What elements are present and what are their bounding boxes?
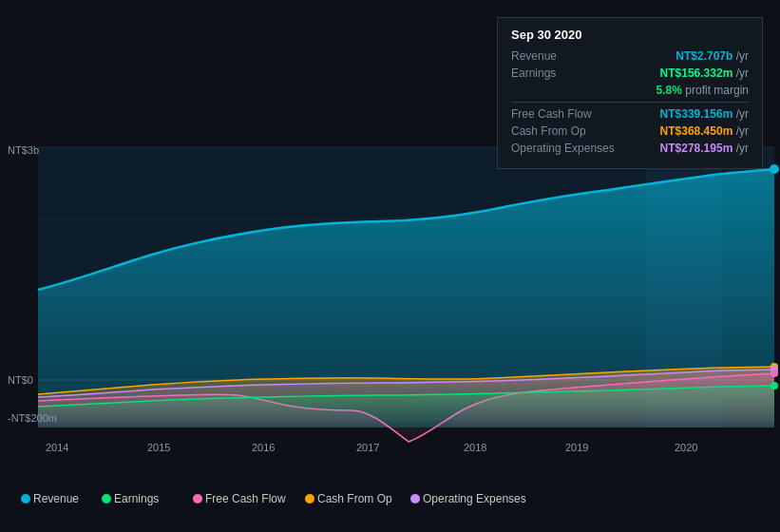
svg-text:Cash From Op: Cash From Op (317, 492, 392, 505)
tooltip-value-earnings: NT$156.332m /yr (660, 66, 749, 80)
svg-point-12 (770, 382, 778, 390)
tooltip-row-opex: Operating Expenses NT$278.195m /yr (511, 142, 749, 155)
svg-point-28 (193, 494, 202, 504)
chart-container: NT$3b NT$0 -NT$200m 2014 2015 2016 2017 … (0, 0, 780, 532)
svg-text:NT$3b: NT$3b (8, 144, 39, 156)
tooltip-value-cfop: NT$368.450m /yr (660, 124, 749, 138)
svg-text:2015: 2015 (147, 442, 170, 453)
svg-text:2016: 2016 (252, 442, 275, 453)
tooltip-row-revenue: Revenue NT$2.707b /yr (511, 49, 749, 63)
tooltip-row-cfop: Cash From Op NT$368.450m /yr (511, 124, 749, 138)
svg-point-32 (410, 494, 420, 504)
svg-text:-NT$200m: -NT$200m (8, 412, 57, 424)
svg-point-26 (102, 494, 111, 504)
tooltip-value-margin: 5.8% profit margin (656, 84, 749, 97)
tooltip-value-opex: NT$278.195m /yr (660, 142, 749, 155)
svg-text:Earnings: Earnings (114, 492, 159, 505)
svg-text:2018: 2018 (464, 442, 486, 453)
svg-text:2019: 2019 (565, 442, 588, 453)
svg-point-11 (770, 370, 778, 377)
svg-point-8 (770, 164, 779, 174)
svg-point-24 (21, 494, 30, 504)
tooltip-label-earnings: Earnings (511, 66, 635, 80)
svg-text:Revenue: Revenue (33, 492, 79, 505)
svg-text:Free Cash Flow: Free Cash Flow (205, 492, 286, 505)
tooltip-label-cfop: Cash From Op (511, 124, 635, 138)
tooltip-date: Sep 30 2020 (511, 28, 749, 42)
svg-text:NT$0: NT$0 (8, 374, 33, 386)
tooltip-row-margin: 5.8% profit margin (511, 84, 749, 97)
tooltip-label-opex: Operating Expenses (511, 142, 635, 155)
svg-point-30 (305, 494, 314, 504)
tooltip-label-fcf: Free Cash Flow (511, 107, 635, 121)
tooltip-panel: Sep 30 2020 Revenue NT$2.707b /yr Earnin… (497, 17, 763, 169)
svg-text:2014: 2014 (46, 442, 68, 453)
tooltip-row-earnings: Earnings NT$156.332m /yr (511, 66, 749, 80)
tooltip-label-revenue: Revenue (511, 49, 635, 63)
tooltip-value-revenue: NT$2.707b /yr (675, 49, 749, 63)
tooltip-value-fcf: NT$339.156m /yr (660, 107, 749, 121)
svg-text:2020: 2020 (675, 442, 697, 453)
tooltip-row-fcf: Free Cash Flow NT$339.156m /yr (511, 107, 749, 121)
svg-text:2017: 2017 (356, 442, 379, 453)
svg-text:Operating Expenses: Operating Expenses (423, 492, 526, 505)
